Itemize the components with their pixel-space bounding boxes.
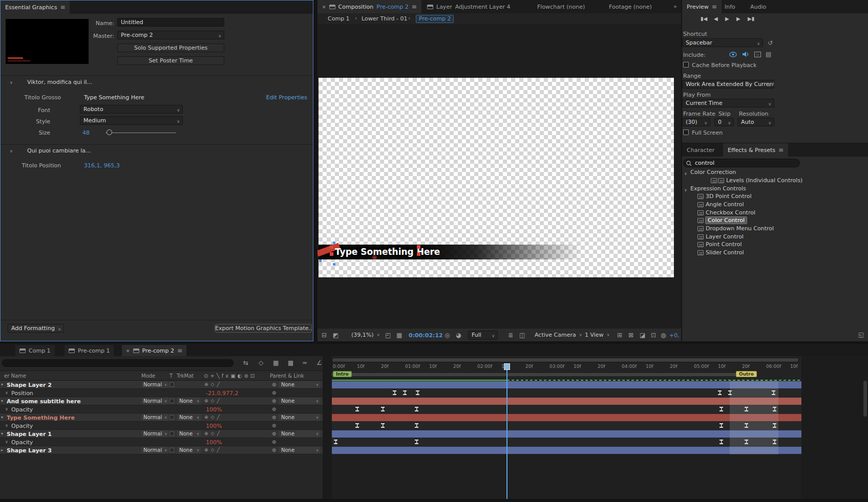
frame-blending-icon[interactable]: ▩ [288, 359, 293, 366]
tab-footage[interactable]: Footage (none) [604, 0, 657, 13]
layer-handle[interactable] [333, 242, 335, 244]
preserve-transparency-toggle[interactable] [170, 415, 174, 420]
tab-layer[interactable]: Layer Adjustment Layer 4 [422, 0, 515, 13]
horizontal-scrollbar[interactable] [0, 499, 868, 502]
layer-handle[interactable] [319, 259, 322, 262]
timeline-tab-comp1[interactable]: Comp 1 [15, 345, 55, 356]
layer-name[interactable]: Shape Layer 2 [7, 382, 52, 388]
add-formatting-button[interactable]: Add Formatting [8, 324, 64, 333]
twirl-down-icon[interactable] [684, 170, 687, 177]
mode-dropdown[interactable]: Normal [141, 381, 168, 388]
keyframe-icon[interactable] [415, 407, 418, 411]
property-value[interactable]: -21,0,977,2 [206, 390, 238, 397]
tab-info[interactable]: Info [720, 0, 740, 13]
motion-blur-icon[interactable]: ≈ [302, 359, 307, 366]
keyframe-icon[interactable] [403, 390, 407, 395]
keyframe-icon[interactable] [719, 423, 723, 428]
layer-name[interactable]: And some subtitle here [7, 398, 81, 405]
keyframe-icon[interactable] [334, 440, 337, 444]
trkmat-dropdown[interactable]: None [177, 414, 201, 421]
pick-whip-icon[interactable]: ⊚ [272, 414, 276, 420]
size-slider-track[interactable] [105, 133, 176, 133]
trkmat-dropdown[interactable]: None [177, 430, 201, 437]
parent-dropdown[interactable]: None [279, 447, 320, 453]
timeline-tab-precomp1[interactable]: Pre-comp 1 [65, 345, 114, 356]
magnification-dropdown[interactable]: (39,1%) [351, 332, 380, 338]
mode-dropdown[interactable]: Normal [141, 414, 168, 421]
layer-name[interactable]: Type Something Here [7, 414, 75, 421]
twirl-down-icon[interactable] [684, 186, 687, 193]
group1-twirl-icon[interactable] [10, 79, 13, 85]
preview-quality-icon[interactable]: ◩ [333, 332, 338, 339]
panel-menu-icon[interactable] [778, 146, 784, 154]
mode-dropdown[interactable]: Normal [141, 398, 168, 404]
effect-item[interactable]: Levels (Individual Controls) [682, 177, 868, 185]
comp-flowchart-icon[interactable]: ◪ [640, 332, 645, 339]
property-name[interactable]: Opacity [11, 406, 33, 413]
effect-item[interactable]: Layer Control [682, 233, 868, 241]
layer-twirl-icon[interactable]: ▾ [1, 399, 3, 403]
tab-composition[interactable]: Composition Pre-comp 2 [317, 0, 421, 13]
graph-editor-icon[interactable]: ∠ [316, 359, 322, 366]
selection-handle[interactable] [417, 245, 420, 249]
camera-dropdown[interactable]: Active Camera [535, 332, 582, 338]
selection-handle[interactable] [330, 252, 333, 256]
layer-handle[interactable] [333, 263, 335, 266]
pick-whip-icon[interactable]: ⊚ [272, 447, 276, 453]
tab-character[interactable]: Character [682, 143, 719, 157]
cache-indicators-icon[interactable]: ▤ [766, 51, 771, 58]
panel-corner-icon[interactable]: ◱ [858, 331, 864, 338]
preserve-transparency-toggle[interactable] [170, 382, 174, 387]
show-channel-icon[interactable]: ◕ [456, 332, 461, 339]
breadcrumb-separator-icon[interactable] [355, 15, 357, 21]
tab-audio[interactable]: Audio [746, 0, 771, 13]
breadcrumb-item[interactable]: Comp 1 [328, 15, 350, 22]
reset-exposure-icon[interactable]: ⊡ [651, 332, 656, 339]
column-trkmat[interactable]: TrkMat [177, 373, 194, 379]
property-twirl-icon[interactable]: ∨ [5, 407, 8, 411]
composition-flowchart-icon[interactable]: ⊟ [322, 332, 327, 339]
mode-dropdown[interactable]: Normal [141, 447, 168, 453]
effect-item[interactable]: Checkbox Control [682, 209, 868, 217]
font-dropdown[interactable]: Roboto [80, 105, 183, 114]
reset-icon[interactable]: ↺ [768, 39, 773, 47]
breadcrumb-item-current[interactable]: Pre-comp 2 [416, 15, 454, 23]
roi-icon[interactable]: ◰ [385, 332, 391, 339]
layer-twirl-icon[interactable]: ▾ [1, 431, 3, 436]
edit-properties-link[interactable]: Edit Properties [266, 94, 307, 101]
layer-switches-icons[interactable]: ⊕◇╱ [204, 398, 222, 403]
breadcrumb-item[interactable]: Lower Third - 01 [362, 15, 407, 22]
include-overlays-icon[interactable] [754, 52, 761, 57]
effect-item[interactable]: Slider Control [682, 249, 868, 257]
column-parent-link[interactable]: Parent & Link [270, 373, 304, 379]
layer-switches-icons[interactable]: ⊕◇╱ [204, 382, 222, 387]
previous-frame-button[interactable]: ◀ [714, 16, 718, 21]
tab-essential-graphics[interactable]: Essential Graphics [1, 1, 70, 14]
effect-item-selected[interactable]: Color Control [682, 217, 868, 225]
time-ruler[interactable]: 0:00f10f20f01:00f10f20f02:00f10f20f03:00… [332, 363, 801, 370]
effect-item[interactable]: Angle Control [682, 201, 868, 209]
layer-name[interactable]: Shape Layer 1 [7, 431, 52, 438]
play-button[interactable]: ▶ [725, 16, 729, 21]
resolution-dropdown[interactable]: Full [468, 331, 498, 340]
snapshot-icon[interactable]: ◎ [444, 332, 450, 339]
last-frame-button[interactable]: ▶▮ [748, 16, 754, 21]
view-layout-dropdown[interactable]: 1 View [585, 332, 610, 338]
full-screen-checkbox[interactable] [683, 129, 689, 135]
parent-dropdown[interactable]: None [279, 398, 320, 404]
timeline-button-icon[interactable]: ⊠ [628, 332, 633, 339]
pick-whip-icon[interactable]: ⊚ [272, 431, 276, 436]
property-twirl-icon[interactable]: ∨ [5, 390, 8, 395]
keyframe-icon[interactable] [415, 440, 418, 444]
tab-preview[interactable]: Preview [682, 0, 722, 13]
keyframe-icon[interactable] [719, 407, 723, 411]
work-area-bar[interactable] [332, 373, 742, 376]
titolo-grosso-value[interactable]: Type Something Here [84, 94, 144, 101]
effects-group[interactable]: Color Correction [682, 169, 868, 177]
keyframe-icon[interactable] [718, 390, 722, 395]
trkmat-dropdown[interactable]: None [177, 398, 201, 404]
keyframe-icon[interactable] [381, 407, 385, 411]
close-icon[interactable] [322, 4, 326, 10]
pick-whip-icon[interactable]: ⊚ [272, 382, 276, 387]
panel-menu-icon[interactable] [177, 347, 182, 354]
